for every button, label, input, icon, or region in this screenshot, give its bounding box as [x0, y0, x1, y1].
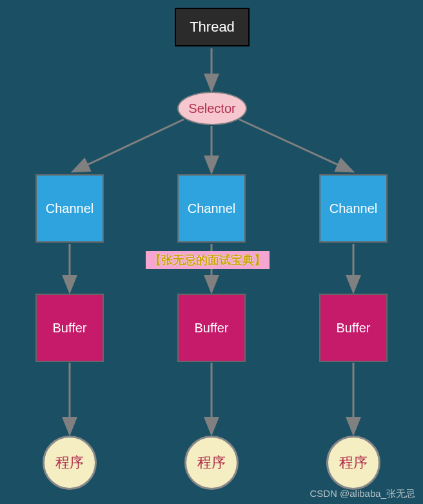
watermark-badge-text: 【张无忌的面试宝典】	[150, 254, 266, 267]
svg-line-2	[74, 119, 184, 171]
buffer-label: Buffer	[337, 321, 371, 336]
program-label: 程序	[197, 453, 226, 472]
channel-node-2: Channel	[177, 174, 246, 243]
watermark-badge: 【张无忌的面试宝典】	[146, 251, 270, 269]
buffer-node-2: Buffer	[177, 294, 246, 362]
channel-label: Channel	[188, 201, 236, 216]
buffer-node-3: Buffer	[319, 294, 388, 362]
watermark-attribution-text: CSDN @alibaba_张无忌	[310, 488, 415, 499]
selector-node: Selector	[177, 92, 247, 125]
channel-label: Channel	[46, 201, 94, 216]
svg-line-4	[239, 119, 351, 171]
buffer-label: Buffer	[195, 321, 229, 336]
thread-node: Thread	[175, 8, 250, 46]
buffer-node-1: Buffer	[35, 294, 104, 362]
buffer-label: Buffer	[53, 321, 87, 336]
channel-node-1: Channel	[35, 174, 104, 243]
selector-label: Selector	[188, 101, 235, 116]
channel-label: Channel	[330, 201, 378, 216]
channel-node-3: Channel	[319, 174, 388, 243]
program-node-1: 程序	[43, 436, 97, 490]
thread-label: Thread	[190, 19, 235, 35]
program-label: 程序	[55, 453, 84, 472]
program-label: 程序	[339, 453, 368, 472]
program-node-3: 程序	[326, 436, 380, 490]
program-node-2: 程序	[184, 436, 239, 490]
watermark-attribution: CSDN @alibaba_张无忌	[310, 488, 415, 500]
